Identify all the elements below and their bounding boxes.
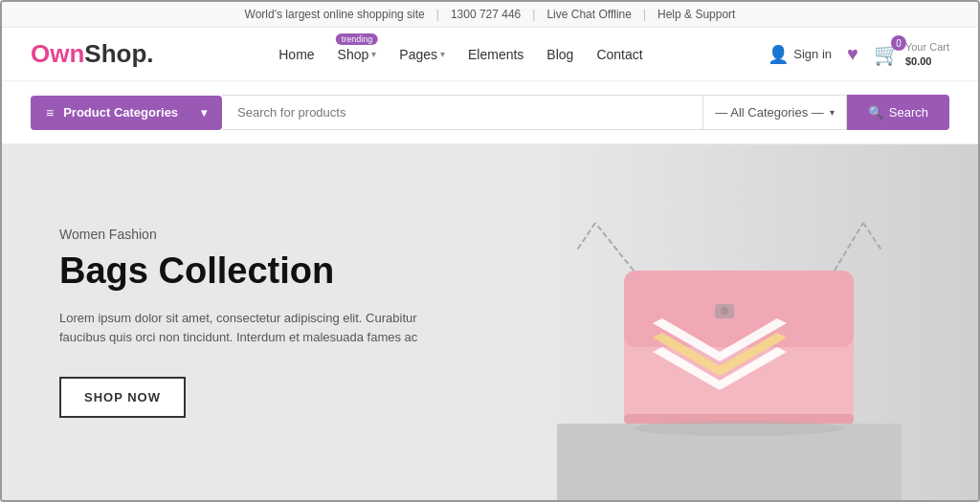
info-bar: World's largest online shopping site | 1…	[2, 2, 978, 28]
svg-line-9	[863, 223, 882, 251]
search-icon: 🔍	[868, 105, 883, 120]
pages-chevron-icon: ▾	[440, 49, 445, 59]
nav-elements[interactable]: Elements	[468, 47, 523, 62]
category-select[interactable]: — All Categories — ▾	[703, 95, 846, 130]
nav-pages[interactable]: Pages ▾	[399, 47, 445, 62]
cart-text: Your Cart $0.00	[905, 40, 949, 68]
hero-section: Women Fashion Bags Collection Lorem ipsu…	[2, 144, 978, 500]
category-default-label: — All Categories —	[715, 105, 823, 120]
sign-in-button[interactable]: 👤 Sign in	[768, 44, 832, 65]
nav-home[interactable]: Home	[278, 47, 314, 62]
nav-contact-label: Contact	[596, 47, 642, 62]
product-categories-label: Product Categories	[63, 105, 178, 120]
cart-button[interactable]: 🛒 0 Your Cart $0.00	[874, 40, 949, 68]
hero-bag-image	[538, 175, 902, 500]
your-cart-label: Your Cart	[905, 40, 949, 54]
sep2: |	[532, 8, 535, 21]
shop-now-button[interactable]: SHOP NOW	[59, 377, 186, 418]
nav-blog[interactable]: Blog	[546, 47, 573, 62]
browser-frame: World's largest online shopping site | 1…	[0, 0, 980, 502]
tagline-text: World's largest online shopping site	[245, 8, 425, 21]
logo-own: Own	[31, 39, 84, 68]
svg-point-11	[721, 307, 728, 315]
nav-elements-label: Elements	[468, 47, 523, 62]
menu-icon: ≡	[46, 105, 54, 120]
nav-contact[interactable]: Contact	[596, 47, 642, 62]
phone-number[interactable]: 1300 727 446	[451, 8, 521, 21]
trending-badge: trending	[336, 33, 379, 45]
search-bar: ≡ Product Categories ▾ — All Categories …	[2, 81, 978, 144]
categories-chevron-icon: ▾	[201, 106, 207, 120]
hero-description: Lorem ipsum dolor sit amet, consectetur …	[59, 309, 461, 349]
nav-shop[interactable]: trending Shop ▾	[338, 47, 377, 62]
logo-shop: Shop	[84, 39, 146, 68]
wishlist-icon[interactable]: ♥	[847, 43, 858, 65]
sign-in-label: Sign in	[793, 47, 832, 61]
help-support-link[interactable]: Help & Support	[657, 8, 735, 21]
category-chevron-icon: ▾	[830, 107, 835, 118]
search-button[interactable]: 🔍 Search	[847, 95, 949, 130]
svg-line-7	[576, 223, 595, 251]
main-header: OwnShop. Home trending Shop ▾ Pages ▾ El…	[2, 28, 978, 81]
nav-pages-label: Pages	[399, 47, 437, 62]
main-nav: Home trending Shop ▾ Pages ▾ Elements Bl…	[278, 47, 642, 62]
svg-line-8	[835, 223, 863, 271]
hero-title: Bags Collection	[59, 251, 461, 292]
cart-count-badge: 0	[891, 35, 906, 51]
search-input-wrapper: — All Categories — ▾ 🔍 Search	[222, 95, 949, 130]
product-categories-button[interactable]: ≡ Product Categories ▾	[31, 96, 222, 130]
nav-blog-label: Blog	[546, 47, 573, 62]
live-chat-link[interactable]: Live Chat Offline	[546, 8, 632, 21]
logo[interactable]: OwnShop.	[31, 39, 154, 69]
header-actions: 👤 Sign in ♥ 🛒 0 Your Cart $0.00	[768, 40, 949, 68]
hero-subtitle: Women Fashion	[59, 227, 461, 242]
hero-content: Women Fashion Bags Collection Lorem ipsu…	[59, 227, 461, 418]
bag-illustration	[538, 175, 902, 500]
nav-shop-label: Shop	[338, 47, 369, 62]
svg-line-6	[595, 223, 634, 271]
svg-point-13	[634, 421, 844, 436]
sep3: |	[643, 8, 646, 21]
cart-price: $0.00	[905, 55, 949, 68]
logo-dot: .	[146, 39, 153, 68]
nav-home-label: Home	[278, 47, 314, 62]
shop-chevron-icon: ▾	[371, 49, 376, 59]
search-input[interactable]	[222, 95, 703, 130]
search-button-label: Search	[889, 105, 928, 120]
user-icon: 👤	[768, 44, 789, 65]
sep1: |	[436, 8, 439, 21]
